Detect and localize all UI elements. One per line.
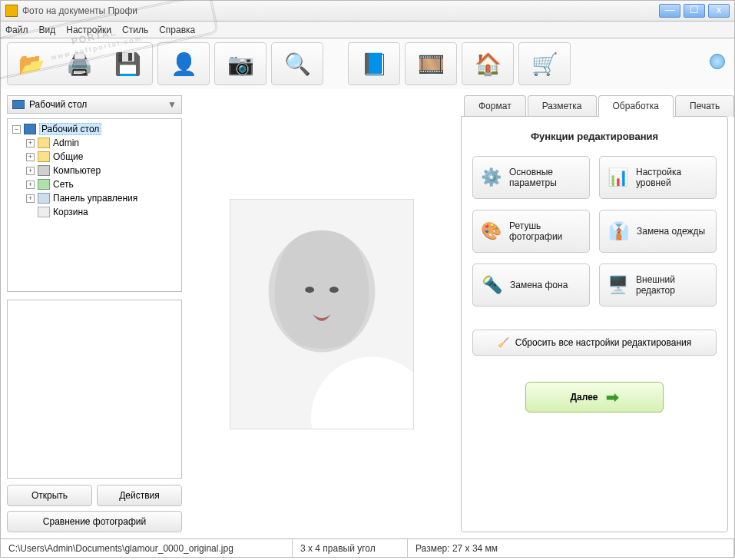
statusbar: C:\Users\Admin\Documents\glamour_0000_or… bbox=[0, 539, 735, 558]
bars-icon: 📊 bbox=[608, 167, 628, 188]
book-help-icon: 📘 bbox=[361, 51, 388, 77]
thumbnail-preview bbox=[7, 300, 182, 479]
func-retouch[interactable]: 🎨 Ретушь фотографии bbox=[472, 210, 590, 253]
toolbar-cart[interactable]: 🛒 bbox=[518, 42, 571, 85]
actions-button[interactable]: Действия bbox=[97, 485, 182, 506]
tree-item[interactable]: +Компьютер bbox=[11, 164, 178, 177]
collapse-icon[interactable]: − bbox=[12, 125, 21, 134]
trash-icon bbox=[38, 207, 50, 217]
tree-item[interactable]: +Сеть bbox=[11, 177, 178, 191]
tab-format[interactable]: Формат bbox=[464, 95, 526, 117]
save-icon: 💾 bbox=[114, 51, 141, 77]
tree-root-label: Рабочий стол bbox=[39, 123, 101, 135]
person-icon: 👔 bbox=[608, 220, 629, 242]
reset-editing-button[interactable]: 🧹 Сбросить все настройки редактирования bbox=[472, 330, 717, 356]
folder-icon: 📂 bbox=[18, 51, 45, 77]
func-change-clothes[interactable]: 👔 Замена одежды bbox=[599, 210, 717, 253]
menu-file[interactable]: Файл bbox=[5, 25, 28, 35]
tab-layout[interactable]: Разметка bbox=[528, 95, 597, 117]
svg-point-4 bbox=[329, 287, 338, 293]
close-button[interactable]: x bbox=[708, 4, 730, 18]
minimize-button[interactable]: — bbox=[659, 4, 680, 18]
toolbar-home[interactable]: 🏠 bbox=[462, 42, 514, 85]
toolbar-video[interactable]: 🎞️ bbox=[405, 42, 457, 85]
photo-canvas bbox=[190, 95, 453, 532]
titlebar: Фото на документы Профи — ☐ x bbox=[0, 0, 735, 22]
app-icon bbox=[5, 5, 18, 17]
camera-icon: 📷 bbox=[227, 51, 254, 77]
func-levels[interactable]: 📊 Настройка уровней bbox=[599, 156, 717, 199]
location-bar[interactable]: Рабочий стол ▼ bbox=[7, 95, 182, 114]
user-search-icon: 👤 bbox=[171, 51, 197, 77]
expand-icon[interactable]: + bbox=[26, 194, 35, 203]
window-title: Фото на документы Профи bbox=[22, 5, 659, 16]
tree-label: Admin bbox=[53, 138, 79, 148]
toolbar: 📂 🖨️ 💾 👤 📷 🔍 📘 🎞️ 🏠 🛒 bbox=[0, 38, 735, 89]
status-corner: 3 x 4 правый угол bbox=[293, 539, 408, 557]
help-round-button[interactable] bbox=[710, 54, 725, 69]
svg-point-3 bbox=[305, 287, 314, 293]
tab-strip: Формат Разметка Обработка Печать bbox=[464, 95, 728, 117]
menu-style[interactable]: Стиль bbox=[122, 25, 148, 35]
right-panel: Формат Разметка Обработка Печать Функции… bbox=[461, 95, 728, 532]
toolbar-help-book[interactable]: 📘 bbox=[348, 42, 400, 85]
controlpanel-icon bbox=[38, 193, 50, 204]
func-basic-params[interactable]: ⚙️ Основные параметры bbox=[472, 156, 590, 199]
computer-icon bbox=[38, 165, 50, 176]
tab-print[interactable]: Печать bbox=[675, 95, 734, 117]
main-area: Рабочий стол ▼ − Рабочий стол +Admin +Об… bbox=[0, 89, 735, 539]
cart-icon: 🛒 bbox=[531, 51, 558, 77]
expand-icon[interactable]: + bbox=[26, 167, 35, 175]
portrait-placeholder bbox=[230, 200, 413, 429]
broom-icon: 🧹 bbox=[498, 337, 509, 348]
tree-label: Компьютер bbox=[53, 165, 101, 176]
compare-button[interactable]: Сравнение фотографий bbox=[7, 511, 182, 532]
expand-icon[interactable]: + bbox=[26, 181, 35, 189]
tab-processing[interactable]: Обработка bbox=[598, 95, 674, 117]
left-panel: Рабочий стол ▼ − Рабочий стол +Admin +Об… bbox=[7, 95, 182, 532]
func-change-background[interactable]: 🔦 Замена фона bbox=[472, 263, 590, 307]
tree-item[interactable]: +Admin bbox=[11, 136, 178, 150]
tree-label: Корзина bbox=[53, 207, 88, 217]
printer-icon: 🖨️ bbox=[66, 51, 93, 77]
expand-icon[interactable]: + bbox=[26, 153, 35, 161]
image-zoom-icon: 🔍 bbox=[284, 51, 311, 77]
toolbar-camera[interactable]: 📷 bbox=[214, 42, 267, 85]
menubar: Файл Вид Настройки Стиль Справка bbox=[0, 22, 735, 38]
tree-label: Общие bbox=[53, 151, 83, 162]
toolbar-zoom-image[interactable]: 🔍 bbox=[271, 42, 323, 85]
tree-root[interactable]: − Рабочий стол bbox=[11, 122, 178, 136]
func-external-editor[interactable]: 🖥️ Внешний редактор bbox=[599, 263, 717, 307]
palette-icon: 🎨 bbox=[481, 220, 502, 242]
tab-body-processing: Функции редактирования ⚙️ Основные парам… bbox=[461, 116, 728, 532]
arrow-right-icon: ➡ bbox=[606, 388, 619, 406]
monitor-icon bbox=[24, 124, 36, 134]
tree-item[interactable]: Корзина bbox=[11, 205, 178, 219]
folder-tree[interactable]: − Рабочий стол +Admin +Общие +Компьютер … bbox=[7, 118, 182, 292]
menu-settings[interactable]: Настройки bbox=[66, 25, 111, 35]
maximize-button[interactable]: ☐ bbox=[684, 4, 705, 18]
monitor-up-icon: 🖥️ bbox=[608, 274, 628, 296]
tree-item[interactable]: +Общие bbox=[11, 150, 178, 164]
monitor-icon bbox=[12, 100, 25, 109]
network-icon bbox=[38, 179, 50, 190]
processing-heading: Функции редактирования bbox=[531, 131, 658, 142]
menu-view[interactable]: Вид bbox=[39, 25, 56, 35]
tree-label: Сеть bbox=[53, 179, 74, 190]
folder-icon bbox=[38, 151, 50, 162]
expand-icon[interactable]: + bbox=[26, 139, 35, 147]
folder-icon bbox=[38, 138, 50, 148]
chevron-down-icon: ▼ bbox=[167, 99, 177, 110]
tree-item[interactable]: +Панель управления bbox=[11, 191, 178, 205]
toolbar-user-search[interactable]: 👤 bbox=[157, 42, 210, 85]
open-button[interactable]: Открыть bbox=[7, 485, 92, 506]
status-path: C:\Users\Admin\Documents\glamour_0000_or… bbox=[1, 539, 293, 557]
location-text: Рабочий стол bbox=[29, 99, 87, 110]
status-size: Размер: 27 x 34 мм bbox=[408, 539, 734, 557]
home-icon: 🏠 bbox=[475, 51, 502, 77]
next-button[interactable]: Далее ➡ bbox=[525, 382, 664, 413]
gear-icon: ⚙️ bbox=[481, 167, 502, 188]
lamp-icon: 🔦 bbox=[481, 274, 502, 296]
toolbar-group-file[interactable]: 📂 🖨️ 💾 bbox=[7, 42, 153, 85]
menu-help[interactable]: Справка bbox=[159, 25, 195, 35]
